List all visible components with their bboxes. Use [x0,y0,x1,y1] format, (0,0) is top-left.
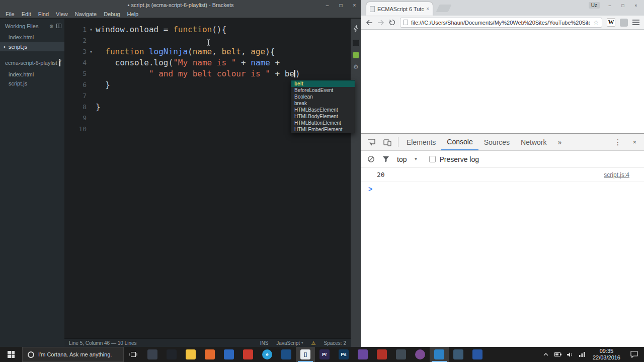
execution-context-selector[interactable]: top ▼ [397,155,418,163]
pinned-app-4-taskbar-button[interactable] [200,347,219,362]
menu-navigate[interactable]: Navigate [71,11,100,17]
tray-volume-icon[interactable] [564,347,576,362]
pinned-app-15-taskbar-button[interactable] [411,347,430,362]
lint-warning-icon[interactable]: ⚠ [311,340,316,346]
live-preview-icon[interactable] [353,25,359,34]
close-button[interactable]: × [630,1,642,10]
taskbar-clock[interactable]: 09:35 22/03/2016 [588,348,625,361]
working-file-item[interactable]: index.html [0,32,64,42]
hint-item[interactable]: HTMLBodyElement [291,113,355,120]
working-file-item[interactable]: •script.js [0,42,64,51]
split-view-icon[interactable] [56,24,61,29]
hint-item[interactable]: HTMLButtonElement [291,120,355,126]
project-file-item[interactable]: index.html [0,70,64,79]
minimize-button[interactable]: – [604,1,616,10]
microsoft-edge-taskbar-button[interactable]: e [258,347,277,362]
menu-hamburger-icon[interactable] [632,20,639,25]
extension-icon[interactable] [353,52,359,58]
cortana-search-box[interactable]: I'm Cortana. Ask me anything. [22,347,124,362]
tab-close-icon[interactable]: × [426,6,429,12]
pinned-app-8-taskbar-button[interactable] [277,347,296,362]
close-button[interactable]: × [348,0,361,10]
wikipedia-extension-icon[interactable]: W [607,18,615,27]
menu-file[interactable]: File [2,11,18,17]
preserve-log-checkbox[interactable] [429,156,436,162]
reload-icon[interactable] [389,19,395,26]
adobe-premiere-taskbar-button[interactable]: Pr [315,347,334,362]
devtools-tab-more[interactable]: » [552,134,567,150]
hint-item[interactable]: HTMLBaseElement [291,107,355,113]
hint-item[interactable]: Boolean [291,94,355,100]
menu-edit[interactable]: Edit [18,11,35,17]
pinned-app-6-taskbar-button[interactable] [238,347,258,362]
pinned-app-1-taskbar-button[interactable] [143,347,162,362]
code-text[interactable] [96,35,351,46]
project-dropdown[interactable]: ecma-script-6-playlist ▾ [0,51,64,70]
pinned-app-12-taskbar-button[interactable] [353,347,372,362]
task-view-button[interactable] [124,347,143,362]
extension-manager-icon[interactable]: ⚙ [353,64,359,70]
console-source-link[interactable]: script.js:4 [604,171,629,178]
code-text[interactable]: window.onload = function(){ [96,24,351,35]
file-explorer-taskbar-button[interactable] [181,347,200,362]
back-icon[interactable] [366,20,373,26]
project-file-item[interactable]: script.js [0,79,64,88]
extension-icon[interactable] [620,19,628,27]
hint-item[interactable]: break [291,100,355,107]
code-text[interactable]: function logNinja(name, belt, age){ [96,46,351,57]
new-tab-button[interactable] [436,5,452,12]
google-chrome-taskbar-button[interactable] [430,347,449,362]
insert-mode-status[interactable]: INS [260,340,269,346]
hint-item[interactable]: belt [291,80,355,87]
tray-network-icon[interactable] [576,347,588,362]
pinned-app-5-taskbar-button[interactable] [219,347,238,362]
devtools-tab-network[interactable]: Network [515,134,552,150]
menu-help[interactable]: Help [124,11,142,17]
hint-item[interactable]: HTMLEmbedElement [291,126,355,133]
filter-icon[interactable] [382,156,389,162]
kebab-menu-icon[interactable]: ⋮ [608,138,627,147]
preserve-log-option[interactable]: Preserve log [429,155,479,163]
bookmark-star-icon[interactable]: ☆ [593,19,599,26]
forward-icon[interactable] [377,20,384,26]
pinned-app-13-taskbar-button[interactable] [372,347,391,362]
maximize-button[interactable]: □ [617,1,629,10]
menu-find[interactable]: Find [35,11,52,17]
fold-arrow-icon[interactable]: ▾ [87,24,96,35]
tray-battery-icon[interactable] [552,347,564,362]
devtools-tab-sources[interactable]: Sources [478,134,515,150]
gear-icon[interactable]: ⚙ [49,24,54,29]
code-text[interactable]: console.log("My name is " + name + [96,57,351,68]
menu-view[interactable]: View [52,11,71,17]
menu-debug[interactable]: Debug [100,11,123,17]
devtools-tab-elements[interactable]: Elements [401,134,441,150]
language-selector[interactable]: JavaScript ▾ [276,340,303,346]
tray-expand-chevron-icon[interactable] [540,347,552,362]
device-toolbar-icon[interactable] [379,134,395,150]
page-content[interactable] [361,30,644,133]
brackets-titlebar[interactable]: • script.js (ecma-script-6-playlist) - B… [0,0,361,10]
url-text[interactable]: file:///C:/Users/Shaun/Documents/My%20We… [411,20,590,26]
live-highlight-icon[interactable] [353,40,359,46]
spaces-status[interactable]: Spaces: 2 [324,340,346,346]
code-editor[interactable]: 1▾window.onload = function(){23▾ functio… [64,19,351,347]
start-button[interactable] [0,347,22,362]
pinned-app-17-taskbar-button[interactable] [449,347,468,362]
hint-item[interactable]: BeforeLoadEvent [291,87,355,94]
pinned-app-14-taskbar-button[interactable] [391,347,411,362]
fold-arrow-icon[interactable]: ▾ [87,46,96,57]
browser-tab[interactable]: ECMAScript 6 Tutorials × [366,2,433,16]
adobe-photoshop-taskbar-button[interactable]: Ps [334,347,353,362]
action-center-icon[interactable] [625,347,643,362]
minimize-button[interactable]: – [320,0,334,10]
devtools-close-icon[interactable]: × [627,138,642,146]
console-input[interactable] [376,182,644,196]
code-text[interactable]: " and my belt colour is " + be) [96,68,351,79]
maximize-button[interactable]: □ [334,0,348,10]
cursor-position-status[interactable]: Line 5, Column 46 — 10 Lines [69,340,137,346]
address-bar[interactable]: file:///C:/Users/Shaun/Documents/My%20We… [400,18,602,28]
inspect-element-icon[interactable] [363,134,379,150]
devtools-tab-console[interactable]: Console [441,134,478,150]
brackets-taskbar-button[interactable]: [] [296,347,315,362]
clear-console-icon[interactable] [367,155,375,163]
